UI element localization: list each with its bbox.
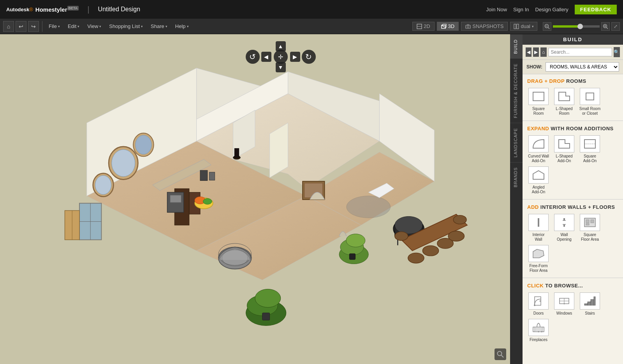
zoom-slider[interactable] xyxy=(553,25,600,28)
wall-opening-item[interactable]: WallOpening xyxy=(553,214,575,242)
home-button[interactable]: ⌂ xyxy=(3,21,14,32)
room-additions-section: EXPAND WITH ROOM ADDITIONS Curved WallAd… xyxy=(523,122,623,198)
zoom-out-icon xyxy=(544,24,550,29)
svg-rect-92 xyxy=(591,220,594,223)
show-label: SHOW: xyxy=(526,64,542,70)
tab-build[interactable]: BUILD xyxy=(510,34,523,58)
windows-item[interactable]: Windows xyxy=(553,292,575,316)
logo: Autodesk® HomestylerBETA xyxy=(6,6,79,13)
svg-point-31 xyxy=(136,135,151,154)
square-addon-item[interactable]: SquareAdd-On xyxy=(579,135,601,163)
svg-line-9 xyxy=(548,27,550,29)
design-gallery-link[interactable]: Design Gallery xyxy=(535,7,568,12)
svg-rect-82 xyxy=(584,140,595,148)
square-room-icon-box xyxy=(528,88,549,105)
edit-menu[interactable]: Edit ▾ xyxy=(65,22,83,31)
svg-rect-93 xyxy=(586,224,589,225)
square-floor-item[interactable]: SquareFloor Area xyxy=(579,214,601,242)
panel-nav: ◀ ▶ ⌂ 🔍 xyxy=(523,45,623,60)
square-room-item[interactable]: SquareRoom xyxy=(527,88,550,116)
show-dropdown[interactable]: ROOMS, WALLS & AREAS ALL WALLS ONLY FLOO… xyxy=(546,62,619,72)
file-menu[interactable]: File ▾ xyxy=(46,22,63,31)
room-additions-title: EXPAND WITH ROOM ADDITIONS xyxy=(527,126,618,131)
zoom-slider-thumb xyxy=(577,24,583,29)
small-room-icon-box xyxy=(580,88,600,105)
panel-back-button[interactable]: ◀ xyxy=(526,47,531,57)
svg-line-12 xyxy=(607,27,608,29)
interior-items-grid: InteriorWall WallOpening xyxy=(527,214,618,273)
logo-autodesk: Autodesk® xyxy=(6,7,33,12)
undo-button[interactable]: ↩ xyxy=(16,21,26,32)
curved-wall-icon xyxy=(531,138,546,150)
sign-in-link[interactable]: Sign In xyxy=(513,7,529,12)
svg-rect-54 xyxy=(349,254,355,259)
dual-view-select[interactable]: dual ▾ xyxy=(510,22,537,31)
panel-home-button[interactable]: ⌂ xyxy=(540,47,546,57)
square-floor-icon-box xyxy=(580,214,600,231)
zoom-out-button[interactable] xyxy=(543,22,551,31)
shopping-list-menu[interactable]: Shopping List ▾ xyxy=(106,22,146,31)
svg-point-111 xyxy=(541,331,542,332)
room-items-grid: SquareRoom L-ShapedRoom xyxy=(527,88,618,116)
svg-rect-105 xyxy=(594,297,595,305)
svg-marker-81 xyxy=(559,140,570,148)
panel-forward-button[interactable]: ▶ xyxy=(533,47,539,57)
stairs-item[interactable]: Stairs xyxy=(579,292,601,316)
l-shaped-room-item[interactable]: L-ShapedRoom xyxy=(553,88,575,116)
interior-walls-title: ADD INTERIOR WALLS + FLOORS xyxy=(527,204,618,210)
doors-item[interactable]: Doors xyxy=(527,292,550,316)
svg-line-77 xyxy=(501,355,503,357)
wall-opening-icon-box xyxy=(554,214,574,231)
snapshots-button[interactable]: SNAPSHOTS xyxy=(461,22,508,31)
view-menu[interactable]: View ▾ xyxy=(84,22,104,31)
svg-point-66 xyxy=(453,215,466,224)
l-shaped-addon-item[interactable]: L-ShapedAdd-On xyxy=(553,135,575,163)
view-3d-button[interactable]: 3D xyxy=(437,22,459,31)
top-bar-right: Join Now Sign In Design Gallery FEEDBACK xyxy=(486,5,617,14)
zoom-magnifier-icon[interactable] xyxy=(495,348,506,360)
share-menu[interactable]: Share ▾ xyxy=(148,22,171,31)
svg-point-101 xyxy=(564,303,565,304)
svg-point-53 xyxy=(346,234,365,247)
join-now-link[interactable]: Join Now xyxy=(486,7,507,12)
angled-addon-item[interactable]: AngledAdd-On xyxy=(527,166,550,194)
free-form-floor-item[interactable]: Free-FormFloor Area xyxy=(527,245,550,273)
wall-opening-icon xyxy=(557,217,571,228)
small-room-item[interactable]: Small Roomor Closet xyxy=(579,88,601,116)
zoom-expand-button[interactable]: ⤢ xyxy=(611,22,620,31)
doors-icon-box xyxy=(528,292,549,310)
section-separator-3 xyxy=(523,278,623,278)
panel-search-button[interactable]: 🔍 xyxy=(614,47,620,57)
l-shaped-room-icon-box xyxy=(554,88,574,105)
section-separator-1 xyxy=(523,121,623,121)
l-shaped-addon-icon-box xyxy=(554,135,574,152)
canvas-area[interactable]: ↺ ▲ ▼ ◀ ▶ ✛ ↻ xyxy=(0,34,510,364)
camera-icon xyxy=(465,24,471,29)
zoom-in-button[interactable] xyxy=(601,22,610,31)
angled-addon-icon-box xyxy=(528,166,549,184)
help-menu[interactable]: Help ▾ xyxy=(172,22,192,31)
small-room-icon xyxy=(583,91,597,102)
view-2d-button[interactable]: 2D xyxy=(412,22,435,31)
toolbar-separator-1 xyxy=(42,21,42,32)
zoom-area: ⤢ xyxy=(543,22,620,31)
3d-icon xyxy=(441,24,447,29)
redo-button[interactable]: ↪ xyxy=(28,21,39,32)
fireplaces-item[interactable]: Fireplaces xyxy=(527,319,550,342)
panel-search-input[interactable] xyxy=(548,48,612,56)
build-tab-header: BUILD xyxy=(523,34,623,45)
tab-landscape[interactable]: LANDSCAPE xyxy=(510,123,523,162)
curved-wall-item[interactable]: Curved WallAdd-On xyxy=(527,135,550,163)
stairs-icon xyxy=(583,295,597,307)
tab-brands[interactable]: BRANDS xyxy=(510,162,523,192)
square-addon-icon xyxy=(583,138,597,150)
svg-rect-42 xyxy=(200,170,208,180)
browse-title: CLICK TO BROWSE... xyxy=(527,283,618,289)
drag-drop-rooms-section: DRAG + DROP ROOMS SquareRoom xyxy=(523,74,623,120)
interior-wall-item[interactable]: InteriorWall xyxy=(527,214,550,242)
feedback-button[interactable]: FEEDBACK xyxy=(575,5,617,14)
svg-point-29 xyxy=(95,175,111,194)
windows-icon-box xyxy=(554,292,574,310)
svg-rect-80 xyxy=(586,93,594,100)
tab-furnish-decorate[interactable]: FURNISH & DECORATE xyxy=(510,58,523,123)
